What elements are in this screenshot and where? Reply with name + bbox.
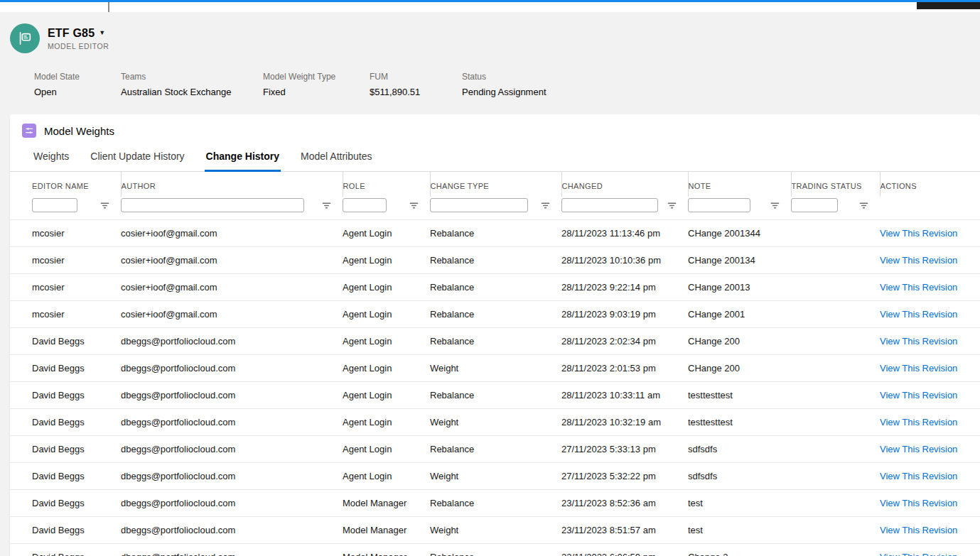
cell-editor-name: David Beggs xyxy=(10,517,121,544)
filter-icon[interactable] xyxy=(100,201,109,210)
view-revision-link[interactable]: View This Revision xyxy=(880,444,957,454)
filter-icon[interactable] xyxy=(859,201,868,210)
cell-role: Agent Login xyxy=(343,355,430,382)
table-row: David Beggs dbeggs@portfoliocloud.com Ag… xyxy=(10,436,980,463)
cell-role: Agent Login xyxy=(343,382,430,409)
cell-editor-name: David Beggs xyxy=(10,544,121,556)
model-title-menu[interactable]: ETF G85 ▼ xyxy=(48,27,109,40)
filter-icon[interactable] xyxy=(409,201,419,210)
view-revision-link[interactable]: View This Revision xyxy=(880,552,957,556)
cell-author: dbeggs@portfoliocloud.com xyxy=(121,490,343,517)
cell-editor-name: mcosier xyxy=(10,301,121,328)
field-teams: Teams Australian Stock Exchange xyxy=(121,72,263,97)
cell-role: Model Manager xyxy=(343,490,430,517)
filter-input-role[interactable] xyxy=(343,198,387,212)
filter-icon[interactable] xyxy=(667,201,677,210)
col-author: AUTHOR xyxy=(121,172,343,197)
cell-actions: View This Revision xyxy=(880,436,980,463)
view-revision-link[interactable]: View This Revision xyxy=(880,282,957,293)
view-revision-link[interactable]: View This Revision xyxy=(880,498,957,508)
view-revision-link[interactable]: View This Revision xyxy=(880,471,957,481)
tab-client-update-history[interactable]: Client Update History xyxy=(89,145,185,172)
cell-author: dbeggs@portfoliocloud.com xyxy=(121,382,343,409)
cell-author: dbeggs@portfoliocloud.com xyxy=(121,328,343,355)
tab-weights[interactable]: Weights xyxy=(32,145,70,172)
table-row: David Beggs dbeggs@portfoliocloud.com Ag… xyxy=(10,328,980,355)
view-revision-link[interactable]: View This Revision xyxy=(880,309,957,320)
cell-changed: 28/11/2023 2:01:53 pm xyxy=(561,355,688,382)
filter-icon[interactable] xyxy=(770,201,780,210)
view-revision-link[interactable]: View This Revision xyxy=(880,390,957,400)
view-revision-link[interactable]: View This Revision xyxy=(880,228,957,239)
filter-input-editor-name[interactable] xyxy=(32,198,77,212)
field-fum: FUM $511,890.51 xyxy=(370,72,462,97)
cell-author: dbeggs@portfoliocloud.com xyxy=(121,436,343,463)
cell-note: testtesttest xyxy=(688,382,791,409)
cell-editor-name: David Beggs xyxy=(10,436,121,463)
cell-trading-status xyxy=(791,409,880,436)
field-label: FUM xyxy=(370,72,462,82)
filter-icon[interactable] xyxy=(541,201,550,210)
table-row: mcosier cosier+ioof@gmail.com Agent Logi… xyxy=(10,247,980,274)
filter-input-change-type[interactable] xyxy=(430,198,528,212)
cell-author: cosier+ioof@gmail.com xyxy=(121,220,343,247)
view-revision-link[interactable]: View This Revision xyxy=(880,417,957,427)
field-value: Australian Stock Exchange xyxy=(121,87,263,97)
filter-input-trading-status[interactable] xyxy=(791,198,838,212)
cell-role: Model Manager xyxy=(343,544,430,556)
cell-actions: View This Revision xyxy=(880,328,980,355)
cell-note: CHange 2001344 xyxy=(688,220,791,247)
filter-input-note[interactable] xyxy=(688,198,750,212)
cell-change-type: Rebalance xyxy=(430,220,561,247)
cell-changed: 28/11/2023 10:33:11 am xyxy=(561,382,688,409)
cell-author: dbeggs@portfoliocloud.com xyxy=(121,463,343,490)
field-label: Model Weight Type xyxy=(263,72,370,82)
view-revision-link[interactable]: View This Revision xyxy=(880,363,957,374)
cell-changed: 27/11/2023 5:33:13 pm xyxy=(561,436,688,463)
filter-input-changed[interactable] xyxy=(561,198,658,212)
cell-actions: View This Revision xyxy=(880,220,980,247)
cell-role: Agent Login xyxy=(343,328,430,355)
cell-actions: View This Revision xyxy=(880,355,980,382)
field-model-weight-type: Model Weight Type Fixed xyxy=(263,72,370,97)
view-revision-link[interactable]: View This Revision xyxy=(880,336,957,347)
cell-editor-name: mcosier xyxy=(10,220,121,247)
cell-note: CHange 200134 xyxy=(688,247,791,274)
cell-editor-name: David Beggs xyxy=(10,409,121,436)
cell-note: testtesttest xyxy=(688,409,791,436)
filter-input-author[interactable] xyxy=(121,198,304,212)
field-label: Status xyxy=(462,72,546,82)
cell-role: Agent Login xyxy=(343,220,430,247)
cell-changed: 28/11/2023 11:13:46 pm xyxy=(561,220,688,247)
field-label: Teams xyxy=(121,72,263,82)
cell-author: dbeggs@portfoliocloud.com xyxy=(121,409,343,436)
model-detail-fields: Model State Open Teams Australian Stock … xyxy=(10,72,980,97)
browser-chrome xyxy=(0,2,980,12)
cell-editor-name: David Beggs xyxy=(10,463,121,490)
view-revision-link[interactable]: View This Revision xyxy=(880,525,957,535)
page-header: ETF G85 ▼ MODEL EDITOR Model State Open … xyxy=(0,12,980,97)
tab-change-history[interactable]: Change History xyxy=(205,145,281,172)
cell-change-type: Weight xyxy=(430,463,561,490)
cell-change-type: Rebalance xyxy=(430,247,561,274)
filter-icon[interactable] xyxy=(322,201,331,210)
table-row: mcosier cosier+ioof@gmail.com Agent Logi… xyxy=(10,301,980,328)
top-right-dark-chip xyxy=(917,2,980,9)
cell-changed: 27/11/2023 5:32:22 pm xyxy=(561,463,688,490)
cell-editor-name: David Beggs xyxy=(10,490,121,517)
cell-changed: 23/11/2023 8:51:57 am xyxy=(561,517,688,544)
cell-changed: 28/11/2023 2:02:34 pm xyxy=(561,328,688,355)
cell-change-type: Rebalance xyxy=(430,301,561,328)
tab-model-attributes[interactable]: Model Attributes xyxy=(299,145,373,172)
cell-trading-status xyxy=(791,517,880,544)
cell-actions: View This Revision xyxy=(880,301,980,328)
view-revision-link[interactable]: View This Revision xyxy=(880,255,957,266)
cell-change-type: Weight xyxy=(430,355,561,382)
cell-editor-name: David Beggs xyxy=(10,382,121,409)
cell-change-type: Rebalance xyxy=(430,382,561,409)
cell-note: CHange 200 xyxy=(688,355,791,382)
col-trading-status: TRADING STATUS xyxy=(791,172,880,197)
cell-note: CHange 20013 xyxy=(688,274,791,301)
cell-changed: 28/11/2023 9:22:14 pm xyxy=(561,274,688,301)
field-value: $511,890.51 xyxy=(370,87,462,97)
